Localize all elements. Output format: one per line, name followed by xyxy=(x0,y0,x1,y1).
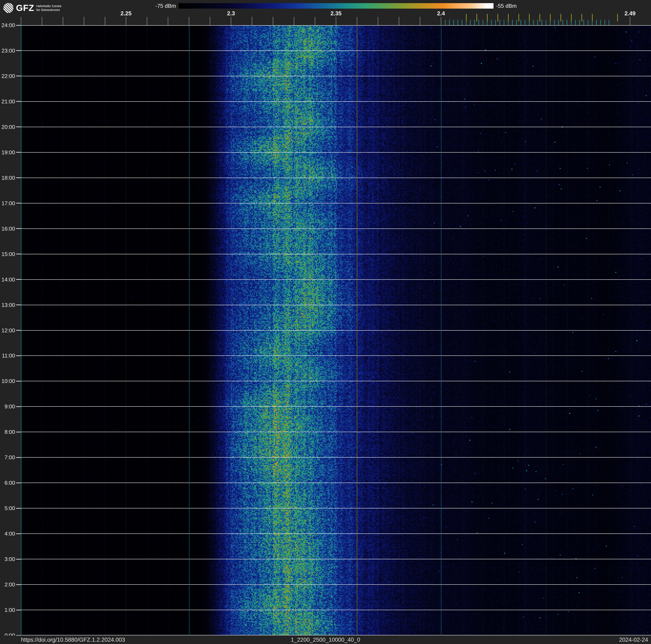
ble-channel-tick xyxy=(567,20,567,25)
freq-minor-tick xyxy=(231,17,231,25)
wifi-channel-tick xyxy=(519,14,519,22)
freq-minor-tick xyxy=(189,17,189,25)
hour-gridline xyxy=(21,127,651,127)
hour-gridline xyxy=(21,381,651,381)
time-tick-mark xyxy=(16,101,21,102)
freq-minor-tick xyxy=(441,17,441,25)
time-tick-mark xyxy=(16,457,21,458)
ble-channel-tick xyxy=(454,20,454,25)
segment-boundary-line xyxy=(189,25,189,635)
time-tick-mark xyxy=(16,432,21,432)
hour-gridline xyxy=(21,559,651,559)
gfz-org-text: Helmholtz Centre for Geosciences xyxy=(36,4,62,12)
org-line2: for Geosciences xyxy=(36,8,60,11)
spectrogram-plot xyxy=(21,25,651,635)
dataset-id-label: 1_2200_2500_10000_40_0 xyxy=(0,636,651,644)
time-tick-mark xyxy=(16,508,21,509)
freq-tick-label: 2.4 xyxy=(426,10,456,17)
time-tick-label: 1:00 xyxy=(0,607,15,613)
hour-gridline xyxy=(21,305,651,305)
time-tick-mark xyxy=(16,304,21,305)
hour-gridline xyxy=(21,610,651,610)
hour-gridline xyxy=(21,635,651,635)
ble-channel-tick xyxy=(533,20,534,25)
date-label: 2024-02-24 xyxy=(619,636,648,644)
hour-gridline xyxy=(21,482,651,483)
hour-gridline xyxy=(21,178,651,178)
freq-minor-tick xyxy=(273,17,273,25)
hour-gridline xyxy=(21,203,651,203)
ble-channel-tick xyxy=(521,20,521,25)
freq-minor-tick xyxy=(315,17,315,25)
ble-channel-tick xyxy=(512,20,513,25)
ble-channel-tick xyxy=(500,20,500,25)
time-tick-mark xyxy=(16,25,21,26)
time-tick-label: 22:00 xyxy=(0,73,15,80)
ble-channel-tick xyxy=(563,20,563,25)
time-tick-mark xyxy=(16,126,21,127)
time-tick-label: 16:00 xyxy=(0,225,15,232)
time-tick-label: 6:00 xyxy=(0,479,15,486)
gfz-brand-text: GFZ xyxy=(16,1,34,14)
wifi-channel-tick xyxy=(508,14,508,22)
wifi-channel-tick xyxy=(592,14,593,22)
time-tick-label: 23:00 xyxy=(0,47,15,54)
time-tick-label: 21:00 xyxy=(0,98,15,105)
hour-gridline xyxy=(21,330,651,331)
wifi-channel-tick xyxy=(550,14,551,22)
time-tick-label: 10:00 xyxy=(0,378,15,384)
hour-gridline xyxy=(21,533,651,534)
wifi-channel-tick xyxy=(487,14,488,22)
freq-minor-tick xyxy=(84,17,84,25)
time-tick-mark xyxy=(16,254,21,254)
ble-channel-tick xyxy=(462,20,462,25)
freq-tick-label: 2.35 xyxy=(321,10,351,17)
wifi-channel-tick xyxy=(497,14,498,22)
footer-bar: https://doi.org/10.5880/GFZ.1.2.2024.003… xyxy=(0,636,651,644)
ble-channel-tick xyxy=(517,20,517,25)
time-tick-label: 4:00 xyxy=(0,530,15,537)
gfz-globe-icon xyxy=(3,2,14,13)
freq-minor-tick xyxy=(378,17,378,25)
freq-minor-tick xyxy=(147,17,147,25)
time-tick-mark xyxy=(16,330,21,331)
wifi-channel-tick xyxy=(582,14,582,22)
wifi-channel-tick xyxy=(539,14,540,22)
freq-minor-tick xyxy=(42,17,42,25)
hour-gridline xyxy=(21,101,651,102)
hour-gridline xyxy=(21,508,651,508)
time-tick-label: 7:00 xyxy=(0,454,15,461)
time-tick-mark xyxy=(16,279,21,280)
ble-channel-tick xyxy=(541,20,542,25)
ble-channel-tick xyxy=(584,20,584,25)
freq-minor-tick xyxy=(294,17,294,25)
ble-channel-tick xyxy=(449,20,450,25)
ble-channel-tick xyxy=(458,20,458,25)
time-tick-label: 3:00 xyxy=(0,556,15,562)
freq-minor-tick xyxy=(399,17,399,25)
time-tick-label: 18:00 xyxy=(0,174,15,181)
ble-channel-tick xyxy=(470,20,471,25)
ble-channel-tick xyxy=(478,20,479,25)
time-tick-mark xyxy=(16,228,21,229)
hour-gridline xyxy=(21,76,651,76)
time-tick-label: 12:00 xyxy=(0,327,15,334)
time-tick-mark xyxy=(16,381,21,381)
freq-minor-tick xyxy=(252,17,252,25)
ble-channel-tick xyxy=(483,20,483,25)
freq-minor-tick xyxy=(168,17,168,25)
hour-gridline xyxy=(21,254,651,254)
time-tick-label: 8:00 xyxy=(0,429,15,435)
ble-channel-tick xyxy=(537,20,538,25)
hour-gridline xyxy=(21,355,651,356)
freq-minor-tick xyxy=(336,17,336,25)
time-tick-mark xyxy=(16,152,21,153)
freq-minor-tick xyxy=(126,17,126,25)
time-tick-label: 11:00 xyxy=(0,352,15,359)
freq-tick-label: 2.25 xyxy=(111,10,141,17)
hour-gridline xyxy=(21,25,651,26)
ble-channel-tick xyxy=(600,20,601,25)
hour-gridline xyxy=(21,432,651,432)
ble-channel-tick xyxy=(491,20,492,25)
time-tick-label: 24:00 xyxy=(0,22,15,29)
